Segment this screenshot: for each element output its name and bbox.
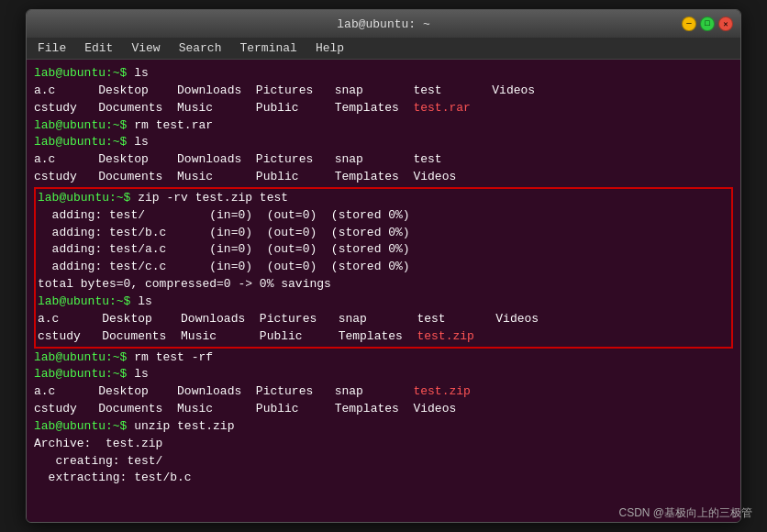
line-8: lab@ubuntu:~$ zip -rv test.zip test — [38, 190, 729, 207]
close-button[interactable]: ✕ — [718, 17, 733, 31]
line-5: lab@ubuntu:~$ ls — [34, 134, 733, 151]
line-4: lab@ubuntu:~$ rm test.rar — [34, 117, 733, 135]
minimize-button[interactable]: ─ — [682, 17, 696, 31]
line-15: a.c Desktop Downloads Pictures snap test… — [38, 311, 729, 328]
line-21: lab@ubuntu:~$ unzip test.zip — [34, 418, 733, 436]
line-7: cstudy Documents Music Public Templates … — [34, 169, 733, 186]
line-11: adding: test/a.c (in=0) (out=0) (stored … — [38, 241, 729, 259]
line-14: lab@ubuntu:~$ ls — [38, 294, 729, 311]
line-19: a.c Desktop Downloads Pictures snap test… — [34, 383, 733, 401]
maximize-button[interactable]: □ — [700, 17, 715, 31]
menu-bar: File Edit View Search Terminal Help — [27, 38, 740, 60]
line-3: cstudy Documents Music Public Templates … — [34, 100, 733, 117]
menu-terminal[interactable]: Terminal — [236, 39, 300, 57]
menu-view[interactable]: View — [128, 39, 163, 57]
highlight-block: lab@ubuntu:~$ zip -rv test.zip test addi… — [34, 187, 733, 349]
line-18: lab@ubuntu:~$ ls — [34, 366, 733, 383]
line-6: a.c Desktop Downloads Pictures snap test — [34, 151, 733, 169]
line-24: extracting: test/b.c — [34, 470, 733, 487]
line-2: a.c Desktop Downloads Pictures snap test… — [34, 83, 733, 100]
menu-edit[interactable]: Edit — [81, 39, 117, 57]
menu-search[interactable]: Search — [175, 39, 226, 57]
window-title: lab@ubuntu: ~ — [337, 17, 429, 31]
line-10: adding: test/b.c (in=0) (out=0) (stored … — [38, 225, 729, 242]
line-9: adding: test/ (in=0) (out=0) (stored 0%) — [38, 207, 729, 225]
watermark: CSDN @基极向上的三极管 — [618, 505, 752, 521]
line-12: adding: test/c.c (in=0) (out=0) (stored … — [38, 259, 729, 276]
line-1: lab@ubuntu:~$ ls — [34, 65, 733, 83]
line-17: lab@ubuntu:~$ rm test -rf — [34, 349, 733, 367]
terminal-window: lab@ubuntu: ~ ─ □ ✕ File Edit View Searc… — [26, 9, 741, 523]
line-23: creating: test/ — [34, 453, 733, 471]
line-20: cstudy Documents Music Public Templates … — [34, 401, 733, 418]
menu-file[interactable]: File — [34, 39, 70, 57]
window-controls[interactable]: ─ □ ✕ — [682, 17, 733, 31]
terminal-body[interactable]: lab@ubuntu:~$ ls a.c Desktop Downloads P… — [27, 60, 740, 522]
line-16: cstudy Documents Music Public Templates … — [38, 328, 729, 346]
menu-help[interactable]: Help — [312, 39, 348, 57]
line-13: total bytes=0, compressed=0 -> 0% saving… — [38, 276, 729, 294]
title-bar: lab@ubuntu: ~ ─ □ ✕ — [27, 10, 740, 38]
line-22: Archive: test.zip — [34, 436, 733, 453]
